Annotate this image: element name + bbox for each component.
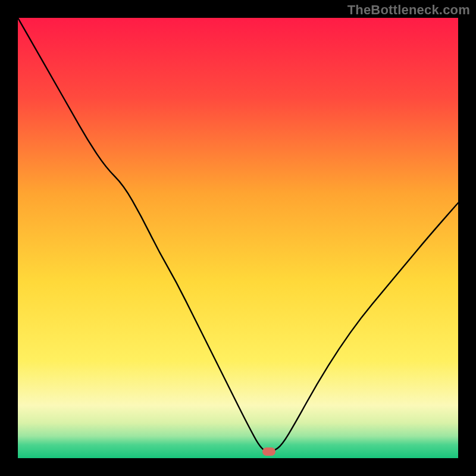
watermark-text: TheBottleneck.com (347, 2, 470, 18)
optimal-marker (262, 447, 275, 455)
chart-frame: TheBottleneck.com (0, 0, 476, 476)
plot-area (18, 18, 458, 458)
